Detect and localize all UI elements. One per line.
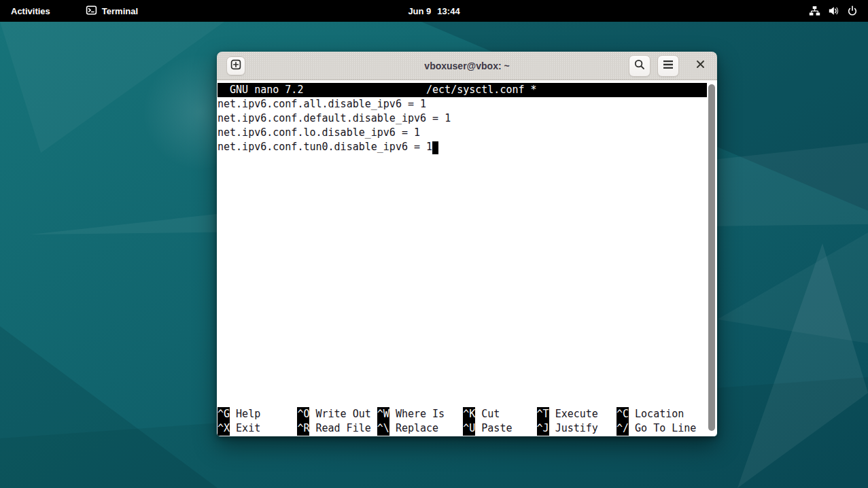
- nano-shortcut-bar: ^GHelp^OWrite Out^WWhere Is^KCut^TExecut…: [218, 407, 708, 436]
- window-title: vboxuser@vbox: ~: [424, 60, 509, 71]
- nano-version-label: GNU nano 7.2: [230, 83, 303, 97]
- editor-line: net.ipv6.conf.all.disable_ipv6 = 1: [218, 97, 707, 111]
- shortcut-label: Where Is: [396, 408, 445, 420]
- editor-line: net.ipv6.conf.lo.disable_ipv6 = 1: [218, 126, 707, 140]
- shortcut-label: Write Out: [315, 408, 370, 420]
- nano-title-bar: GNU nano 7.2 /ect/sysctl.conf *: [218, 83, 707, 97]
- new-tab-button[interactable]: [226, 56, 245, 75]
- shortcut-label: Cut: [481, 408, 500, 420]
- terminal-window: vboxuser@vbox: ~ GNU nano 7.2: [217, 52, 717, 436]
- shortcut-key: ^X: [218, 421, 230, 436]
- nano-file-label: /ect/sysctl.conf *: [426, 83, 537, 97]
- clock-button[interactable]: Jun 9 13:44: [408, 0, 459, 22]
- scrollbar-thumb[interactable]: [708, 84, 715, 431]
- shortcut-label: Read File: [315, 422, 370, 434]
- shortcut-label: Help: [236, 408, 260, 420]
- shortcut-label: Location: [635, 408, 684, 420]
- shortcut-key: ^K: [463, 407, 475, 421]
- close-button[interactable]: [690, 56, 710, 76]
- shortcut-key: ^O: [297, 407, 309, 421]
- shortcut-key: ^J: [537, 421, 549, 436]
- nano-shortcut: ^/Go To Line: [617, 421, 696, 436]
- nano-shortcut: ^XExit: [218, 421, 260, 436]
- network-wired-icon: [809, 5, 820, 16]
- nano-shortcut: ^UPaste: [463, 421, 512, 436]
- nano-shortcut: ^OWrite Out: [297, 407, 370, 421]
- shortcut-label: Exit: [236, 422, 260, 434]
- nano-shortcut: ^GHelp: [218, 407, 260, 421]
- editor-line: net.ipv6.conf.default.disable_ipv6 = 1: [218, 111, 707, 126]
- search-button[interactable]: [629, 55, 650, 77]
- nano-shortcut: ^KCut: [463, 407, 500, 421]
- shortcut-key: ^G: [218, 407, 230, 421]
- close-icon: [695, 59, 706, 72]
- shortcut-key: ^C: [617, 407, 629, 421]
- clock-time: 13:44: [437, 6, 459, 16]
- editor-line: net.ipv6.conf.tun0.disable_ipv6 = 1: [218, 140, 707, 154]
- focused-app-label: Terminal: [102, 6, 138, 16]
- terminal-app-icon: [86, 5, 97, 18]
- activities-label: Activities: [11, 6, 50, 16]
- shortcut-key: ^W: [377, 407, 389, 421]
- shortcut-label: Execute: [555, 408, 598, 420]
- shortcut-key: ^\: [377, 421, 389, 436]
- terminal-screen[interactable]: GNU nano 7.2 /ect/sysctl.conf * net.ipv6…: [217, 80, 717, 436]
- shortcut-label: Justify: [555, 422, 598, 434]
- shortcut-label: Paste: [481, 422, 512, 434]
- nano-shortcut: ^RRead File: [297, 421, 370, 436]
- nano-shortcut: ^WWhere Is: [377, 407, 445, 421]
- terminal-scrollbar[interactable]: [707, 80, 716, 436]
- gnome-top-bar: Activities Terminal Jun 9 13:44: [0, 0, 868, 22]
- nano-shortcut: ^CLocation: [617, 407, 684, 421]
- system-menu[interactable]: [799, 0, 868, 22]
- shortcut-key: ^T: [537, 407, 549, 421]
- focused-app-menu[interactable]: Terminal: [77, 0, 146, 22]
- activities-button[interactable]: Activities: [0, 0, 61, 22]
- volume-icon: [828, 5, 839, 16]
- shortcut-key: ^U: [463, 421, 475, 436]
- nano-shortcut: ^\Replace: [377, 421, 438, 436]
- shortcut-label: Go To Line: [635, 422, 696, 434]
- terminal-headerbar[interactable]: vboxuser@vbox: ~: [217, 52, 717, 80]
- clock-date: Jun 9: [408, 6, 431, 16]
- search-icon: [633, 58, 646, 73]
- shortcut-key: ^R: [297, 421, 309, 436]
- nano-shortcut-row: ^XExit^RRead File^\Replace^UPaste^JJusti…: [218, 421, 708, 436]
- nano-shortcut: ^JJustify: [537, 421, 598, 436]
- editor-buffer: net.ipv6.conf.all.disable_ipv6 = 1net.ip…: [218, 97, 707, 154]
- nano-shortcut: ^TExecute: [537, 407, 598, 421]
- power-icon: [847, 5, 858, 16]
- new-tab-icon: [230, 58, 242, 73]
- hamburger-menu-icon: [662, 59, 674, 73]
- shortcut-label: Replace: [396, 422, 438, 434]
- menu-button[interactable]: [657, 55, 679, 77]
- shortcut-key: ^/: [617, 421, 629, 436]
- text-cursor: [432, 141, 438, 154]
- nano-shortcut-row: ^GHelp^OWrite Out^WWhere Is^KCut^TExecut…: [218, 407, 708, 421]
